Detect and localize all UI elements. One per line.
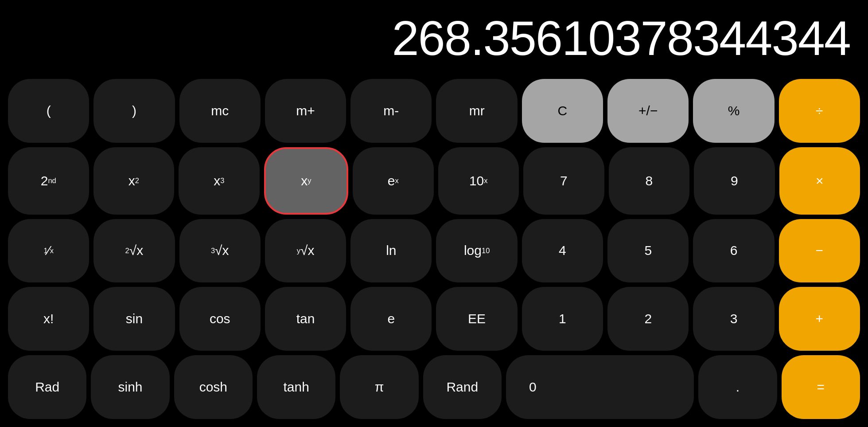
row-2: 2nd x2 x3 xy ex 10x 7 8 9 × <box>8 147 860 215</box>
sqrty-button[interactable]: y√x <box>265 219 346 283</box>
three-button[interactable]: 3 <box>693 287 774 351</box>
display-value: 268.35610378344344 <box>392 10 850 66</box>
subtract-button[interactable]: − <box>779 219 860 283</box>
plus-minus-button[interactable]: +/− <box>607 79 689 143</box>
cos-button[interactable]: cos <box>179 287 261 351</box>
tanh-button[interactable]: tanh <box>257 355 335 419</box>
sqrt2-button[interactable]: 2√x <box>93 219 175 283</box>
e-button[interactable]: e <box>350 287 432 351</box>
rand-button[interactable]: Rand <box>423 355 502 419</box>
percent-button[interactable]: % <box>693 79 774 143</box>
keypad: ( ) mc m+ m- mr C +/− % ÷ 2nd x2 x3 xy e… <box>0 75 868 427</box>
factorial-button[interactable]: x! <box>8 287 89 351</box>
equals-button[interactable]: = <box>782 355 860 419</box>
divide-button[interactable]: ÷ <box>779 79 860 143</box>
eight-button[interactable]: 8 <box>609 147 690 215</box>
add-button[interactable]: + <box>779 287 860 351</box>
four-button[interactable]: 4 <box>522 219 603 283</box>
zero-button[interactable]: 0 <box>506 355 694 419</box>
close-paren-button[interactable]: ) <box>93 79 175 143</box>
x-to-y-button[interactable]: xy <box>264 147 349 215</box>
five-button[interactable]: 5 <box>607 219 689 283</box>
cosh-button[interactable]: cosh <box>174 355 253 419</box>
second-button[interactable]: 2nd <box>8 147 89 215</box>
x-cubed-button[interactable]: x3 <box>179 147 260 215</box>
sinh-button[interactable]: sinh <box>91 355 169 419</box>
row-4: x! sin cos tan e EE 1 2 3 + <box>8 287 860 351</box>
row-3: 1⁄x 2√x 3√x y√x ln log10 4 5 6 − <box>8 219 860 283</box>
m-plus-button[interactable]: m+ <box>265 79 346 143</box>
mr-button[interactable]: mr <box>436 79 517 143</box>
display: 268.35610378344344 <box>0 0 868 75</box>
one-button[interactable]: 1 <box>522 287 603 351</box>
pi-button[interactable]: π <box>340 355 418 419</box>
multiply-button[interactable]: × <box>779 147 860 215</box>
sin-button[interactable]: sin <box>93 287 175 351</box>
ten-to-x-button[interactable]: 10x <box>438 147 519 215</box>
two-button[interactable]: 2 <box>607 287 689 351</box>
row-5: Rad sinh cosh tanh π Rand 0 . = <box>8 355 860 419</box>
rad-button[interactable]: Rad <box>8 355 86 419</box>
sqrt3-button[interactable]: 3√x <box>179 219 261 283</box>
ee-button[interactable]: EE <box>436 287 517 351</box>
tan-button[interactable]: tan <box>265 287 346 351</box>
mc-button[interactable]: mc <box>179 79 261 143</box>
seven-button[interactable]: 7 <box>523 147 604 215</box>
log10-button[interactable]: log10 <box>436 219 517 283</box>
ln-button[interactable]: ln <box>350 219 432 283</box>
one-over-x-button[interactable]: 1⁄x <box>8 219 89 283</box>
decimal-button[interactable]: . <box>698 355 777 419</box>
six-button[interactable]: 6 <box>693 219 774 283</box>
m-minus-button[interactable]: m- <box>350 79 432 143</box>
open-paren-button[interactable]: ( <box>8 79 89 143</box>
x-squared-button[interactable]: x2 <box>93 147 175 215</box>
e-to-x-button[interactable]: ex <box>353 147 434 215</box>
nine-button[interactable]: 9 <box>694 147 775 215</box>
row-1: ( ) mc m+ m- mr C +/− % ÷ <box>8 79 860 143</box>
clear-button[interactable]: C <box>522 79 603 143</box>
